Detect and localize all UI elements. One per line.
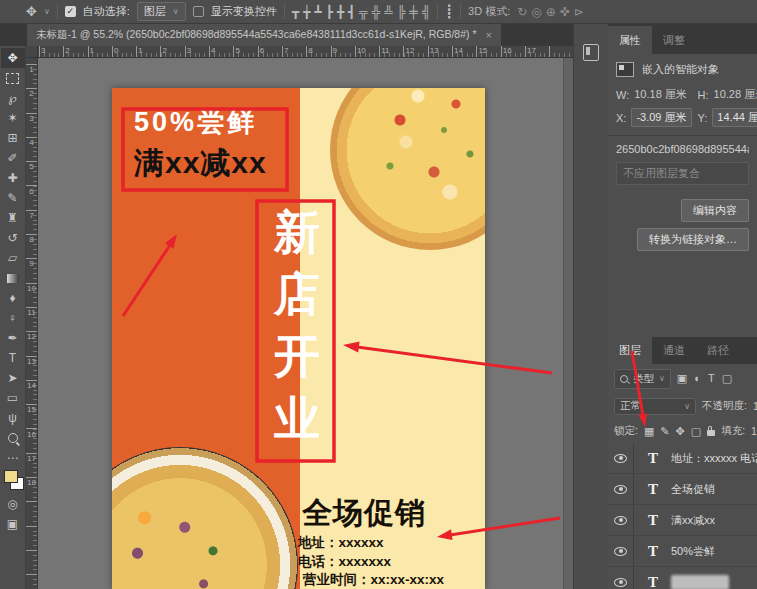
text-layer-thumbnail[interactable]: T	[643, 572, 663, 589]
lock-artboard-icon[interactable]: ▢	[691, 425, 701, 438]
spot-healing-brush-tool[interactable]: ✚	[1, 168, 25, 188]
auto-select-checkbox[interactable]: ✓	[65, 6, 76, 17]
layer-row[interactable]: T50%尝鲜	[608, 536, 757, 567]
layer-name[interactable]: 50%尝鲜	[671, 544, 715, 559]
tab-layers[interactable]: 图层	[608, 336, 652, 364]
layer-row[interactable]: T地址：xxxxxx 电话：xx	[608, 443, 757, 474]
lasso-tool[interactable]: ℘	[1, 88, 25, 108]
y-input[interactable]: 14.44 厘米	[712, 108, 757, 127]
layer-name[interactable]: 全场促销	[671, 482, 715, 497]
eyedropper-tool[interactable]: ✐	[1, 148, 25, 168]
filter-pixel-layers-icon[interactable]: ▣	[677, 372, 687, 385]
lock-all-icon[interactable]	[707, 430, 715, 436]
edit-toolbar-tool[interactable]: ⋯	[1, 448, 25, 468]
lock-transparent-pixels-icon[interactable]: ▦	[644, 425, 654, 438]
3d-camera-icon[interactable]: ⊳	[574, 6, 584, 18]
opacity-value[interactable]: 100%	[753, 400, 757, 412]
align-left-edges-icon[interactable]: ┣	[325, 6, 332, 18]
layer-row[interactable]: T	[608, 567, 757, 589]
3d-rotate-icon[interactable]: ↻	[517, 6, 527, 18]
edit-contents-button[interactable]: 编辑内容	[681, 199, 749, 222]
distribute-bottom-edges-icon[interactable]: ╩	[384, 6, 393, 18]
layer-comp-dropdown[interactable]: 不应用图层复合	[616, 162, 749, 185]
canvas-scrollbar[interactable]	[563, 58, 573, 589]
align-horizontal-centers-icon[interactable]: ╋	[337, 6, 344, 18]
screen-mode-tool[interactable]: ▣	[1, 514, 25, 534]
collapsed-panel-icon[interactable]	[583, 44, 599, 61]
fill-value[interactable]: 100%	[751, 425, 757, 437]
x-input[interactable]: -3.09 厘米	[631, 108, 691, 127]
3d-roll-icon[interactable]: ◎	[531, 6, 541, 18]
layer-row[interactable]: T满xx减xx	[608, 505, 757, 536]
convert-to-linked-button[interactable]: 转换为链接对象…	[637, 228, 749, 251]
type-tool[interactable]: T	[1, 348, 25, 368]
ruler-vertical[interactable]: 123456789101112131415161718	[26, 58, 38, 589]
layer-visibility-toggle[interactable]	[608, 474, 634, 504]
dodge-tool[interactable]: ♀	[1, 308, 25, 328]
show-transform-checkbox[interactable]	[193, 6, 204, 17]
layer-visibility-toggle[interactable]	[608, 567, 634, 589]
poster-info-block: 地址：xxxxxx 电话：xxxxxxx 营业时间：xx:xx-xx:xx	[298, 534, 444, 589]
layer-visibility-toggle[interactable]	[608, 505, 634, 535]
text-layer-thumbnail[interactable]: T	[643, 510, 663, 530]
history-brush-tool[interactable]: ↺	[1, 228, 25, 248]
align-top-edges-icon[interactable]: ┳	[292, 6, 299, 18]
blur-tool[interactable]: ♦	[1, 288, 25, 308]
distribute-horizontal-centers-icon[interactable]: ╪	[409, 6, 418, 18]
text-layer-thumbnail[interactable]: T	[643, 448, 663, 468]
align-bottom-edges-icon[interactable]: ┻	[314, 6, 321, 18]
tab-paths[interactable]: 路径	[696, 336, 740, 364]
lock-image-pixels-icon[interactable]: ✎	[660, 425, 669, 438]
ruler-origin-corner[interactable]	[26, 46, 38, 58]
zoom-tool[interactable]	[1, 428, 25, 448]
canvas-pasteboard[interactable]: 50%尝鲜 满xx减xx 新店开业 全场促销 地址：xxxxxx 电话：xxxx…	[38, 58, 563, 589]
hand-tool[interactable]: ψ	[1, 408, 25, 428]
distribute-vertical-centers-icon[interactable]: ╬	[372, 6, 381, 18]
ruler-horizontal[interactable]: 32101234567891011121314151617	[38, 46, 573, 58]
move-tool-option-icon[interactable]: ✥	[26, 5, 37, 18]
quick-mask-tool[interactable]: ◎	[1, 494, 25, 514]
filter-shape-layers-icon[interactable]: ▢	[722, 372, 732, 385]
distribute-right-edges-icon[interactable]: ╣	[422, 6, 431, 18]
brush-tool[interactable]: ✎	[1, 188, 25, 208]
auto-select-target-dropdown[interactable]: 图层 ∨	[137, 2, 186, 21]
distribute-top-edges-icon[interactable]: ╦	[359, 6, 368, 18]
close-icon[interactable]: ×	[486, 29, 492, 41]
pen-tool[interactable]: ✒	[1, 328, 25, 348]
distribute-spacing-icon[interactable]: ┋	[445, 5, 453, 18]
layer-visibility-toggle[interactable]	[608, 536, 634, 566]
gradient-tool[interactable]	[1, 268, 25, 288]
3d-slide-icon[interactable]: ✜	[560, 6, 570, 18]
blend-mode-dropdown[interactable]: 正常 ∨	[614, 398, 696, 415]
color-swatches-tool[interactable]	[1, 468, 25, 494]
magic-wand-tool[interactable]: ✶	[1, 108, 25, 128]
layer-visibility-toggle[interactable]	[608, 443, 634, 473]
eraser-tool[interactable]: ▱	[1, 248, 25, 268]
align-vertical-centers-icon[interactable]: ╈	[303, 6, 310, 18]
filter-type-layers-icon[interactable]: T	[708, 372, 715, 385]
align-right-edges-icon[interactable]: ┫	[348, 6, 355, 18]
poster-canvas[interactable]: 50%尝鲜 满xx减xx 新店开业 全场促销 地址：xxxxxx 电话：xxxx…	[112, 88, 485, 589]
layer-name[interactable]: 满xx减xx	[671, 513, 715, 528]
foreground-color-swatch[interactable]	[4, 470, 18, 483]
rectangular-marquee-tool[interactable]	[1, 68, 25, 88]
clone-stamp-tool[interactable]: ♜	[1, 208, 25, 228]
layer-name[interactable]: 地址：xxxxxx 电话：xx	[671, 451, 757, 466]
filter-adjustment-layers-icon[interactable]: ◐	[694, 372, 701, 385]
tab-properties[interactable]: 属性	[608, 26, 652, 54]
3d-drag-icon[interactable]: ⊕	[546, 6, 556, 18]
tool-preset-caret-icon[interactable]: ∨	[44, 7, 50, 16]
lock-position-icon[interactable]: ✥	[676, 425, 685, 438]
rectangle-tool[interactable]: ▭	[1, 388, 25, 408]
tab-channels[interactable]: 通道	[652, 336, 696, 364]
tab-adjustments[interactable]: 调整	[652, 26, 696, 54]
path-selection-tool[interactable]: ➤	[1, 368, 25, 388]
crop-tool[interactable]: ⊞	[1, 128, 25, 148]
layer-row[interactable]: T全场促销	[608, 474, 757, 505]
layer-filter-dropdown[interactable]: 类型 ∨	[614, 369, 671, 389]
text-layer-thumbnail[interactable]: T	[643, 541, 663, 561]
document-tab[interactable]: 未标题-1 @ 55.2% (2650b0c2bf08698d895544a55…	[27, 24, 501, 46]
text-layer-thumbnail[interactable]: T	[643, 479, 663, 499]
distribute-left-edges-icon[interactable]: ╠	[397, 6, 406, 18]
move-tool[interactable]: ✥	[1, 48, 25, 68]
